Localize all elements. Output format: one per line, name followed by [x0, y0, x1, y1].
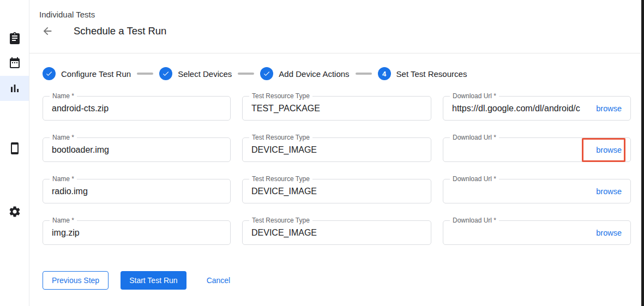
stepper: 1 Configure Test Run 2 Select Devices 3 … — [43, 67, 467, 80]
browse-link[interactable]: browse — [596, 97, 622, 120]
cancel-button[interactable]: Cancel — [207, 276, 231, 285]
stepper-step[interactable]: 2 Select Devices — [159, 67, 232, 80]
resource-type-value: DEVICE_IMAGE — [251, 138, 424, 161]
resource-name-value: img.zip — [52, 221, 224, 244]
sidebar-item-test-results[interactable] — [0, 76, 29, 101]
window-right-edge — [641, 0, 644, 306]
step-state-icon: 2 — [159, 67, 172, 80]
sidebar-item-tests[interactable] — [0, 26, 29, 51]
step-connector — [356, 73, 372, 75]
download-url-field[interactable]: Download Url * browse — [443, 179, 631, 203]
assignment-icon — [8, 32, 21, 45]
resource-name-value: android-cts.zip — [52, 97, 224, 120]
resource-type-value: TEST_PACKAGE — [251, 97, 424, 120]
resource-type-value: DEVICE_IMAGE — [251, 221, 424, 244]
form-actions: Previous Step Start Test Run Cancel — [43, 271, 230, 290]
browse-link[interactable]: browse — [596, 179, 622, 203]
arrow-back-icon — [41, 25, 53, 37]
main-content: Individual Tests Schedule a Test Run 1 C… — [29, 0, 641, 306]
download-url-field[interactable]: Download Url * browse — [443, 220, 631, 245]
step-label: Add Device Actions — [279, 69, 349, 79]
header-divider — [29, 53, 641, 53]
browse-link[interactable]: browse — [596, 221, 622, 244]
resource-type-field[interactable]: Test Resource Type DEVICE_IMAGE — [242, 179, 431, 203]
download-url-field[interactable]: Download Url * browse — [443, 137, 631, 162]
start-test-run-button[interactable]: Start Test Run — [121, 271, 186, 290]
step-label: Configure Test Run — [61, 69, 131, 79]
resource-type-value: DEVICE_IMAGE — [251, 179, 424, 203]
previous-step-button[interactable]: Previous Step — [43, 271, 109, 290]
check-icon — [45, 70, 53, 77]
resource-name-field[interactable]: Name * android-cts.zip — [43, 96, 231, 121]
resource-name-field[interactable]: Name * img.zip — [43, 220, 231, 245]
stepper-step[interactable]: 4 Set Test Resources — [378, 67, 467, 80]
step-state-icon: 3 — [260, 67, 273, 80]
resource-name-field[interactable]: Name * radio.img — [43, 179, 231, 203]
resource-type-field[interactable]: Test Resource Type DEVICE_IMAGE — [242, 220, 431, 245]
calendar-icon — [8, 56, 21, 69]
stepper-step[interactable]: 1 Configure Test Run — [43, 67, 131, 80]
step-label: Set Test Resources — [396, 69, 467, 79]
stepper-step[interactable]: 3 Add Device Actions — [260, 67, 349, 80]
download-url-field[interactable]: Download Url * https://dl.google.com/dl/… — [443, 96, 631, 121]
breadcrumb: Individual Tests — [39, 10, 95, 19]
bar-chart-icon — [8, 82, 21, 95]
smartphone-icon — [8, 142, 21, 155]
check-icon — [162, 70, 170, 77]
sidebar-item-settings[interactable] — [0, 199, 29, 224]
step-label: Select Devices — [178, 69, 232, 79]
resource-name-value: radio.img — [52, 179, 224, 203]
resource-name-value: bootloader.img — [52, 138, 224, 161]
download-url-value — [452, 179, 591, 203]
page-title: Schedule a Test Run — [74, 25, 166, 37]
check-icon — [263, 70, 270, 77]
download-url-value: https://dl.google.com/dl/android/c — [452, 97, 591, 120]
sidebar-item-plans[interactable] — [0, 50, 29, 75]
sidebar — [0, 0, 29, 306]
step-state-icon: 4 — [378, 67, 391, 80]
resource-type-field[interactable]: Test Resource Type DEVICE_IMAGE — [242, 137, 431, 162]
step-connector — [137, 73, 153, 75]
step-connector — [238, 73, 254, 75]
test-resources-form: Name * android-cts.zip Test Resource Typ… — [43, 96, 631, 245]
resource-name-field[interactable]: Name * bootloader.img — [43, 137, 231, 162]
resource-type-field[interactable]: Test Resource Type TEST_PACKAGE — [242, 96, 431, 121]
step-number: 4 — [382, 70, 386, 78]
browse-link[interactable]: browse — [596, 138, 622, 161]
download-url-value — [452, 138, 591, 161]
back-button[interactable] — [41, 25, 56, 38]
download-url-value — [452, 221, 591, 244]
step-state-icon: 1 — [43, 67, 56, 80]
settings-icon — [8, 205, 21, 218]
sidebar-item-devices[interactable] — [0, 136, 29, 161]
